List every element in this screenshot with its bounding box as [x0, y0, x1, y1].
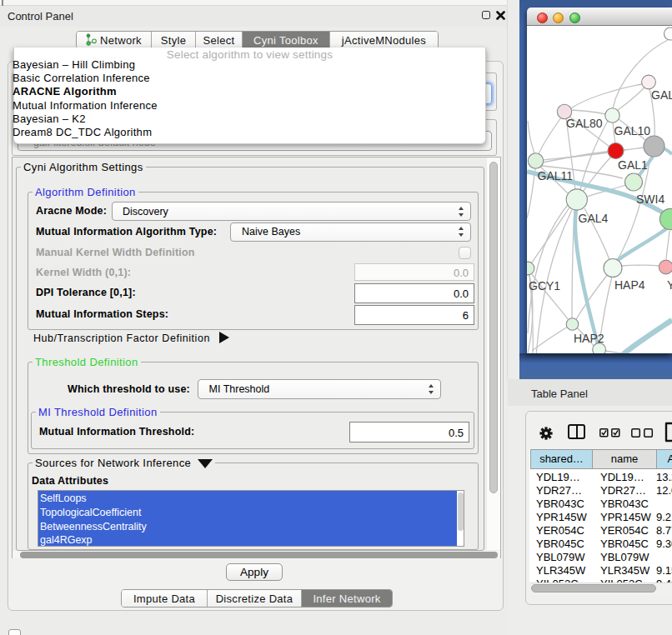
svg-text:GAL10: GAL10 — [614, 124, 651, 138]
svg-text:GAL4: GAL4 — [579, 212, 609, 225]
svg-text:GAL80: GAL80 — [566, 117, 603, 130]
svg-text:SWI4: SWI4 — [636, 192, 664, 206]
svg-text:Y: Y — [667, 278, 672, 292]
svg-text:GAL11: GAL11 — [538, 169, 574, 182]
svg-text:GAL: GAL — [651, 88, 672, 102]
svg-text:GAL1: GAL1 — [618, 158, 648, 172]
svg-text:GCY1: GCY1 — [529, 279, 560, 292]
svg-text:HAP4: HAP4 — [614, 278, 645, 292]
svg-text:HAP2: HAP2 — [574, 332, 604, 345]
